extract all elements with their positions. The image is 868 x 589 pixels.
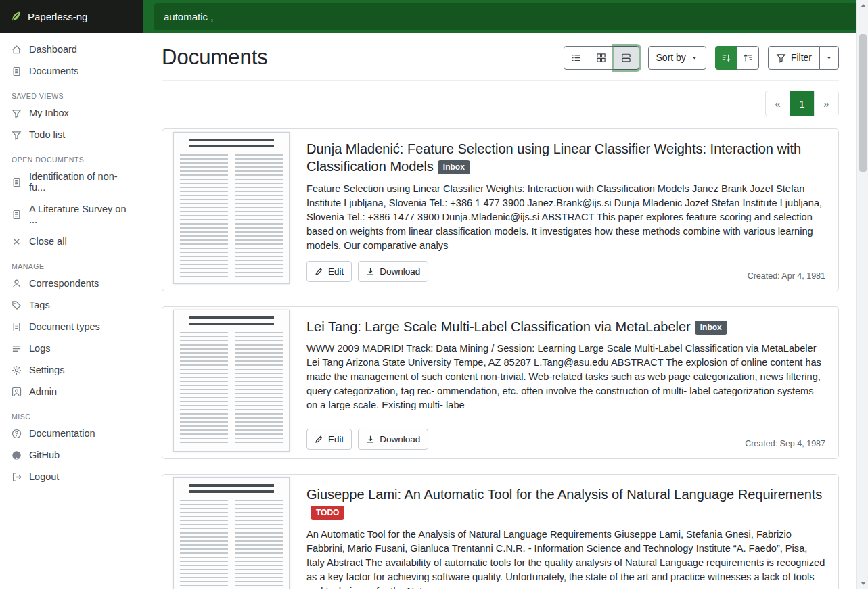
scrollbar-thumb[interactable] xyxy=(859,34,867,172)
edit-button[interactable]: Edit xyxy=(306,261,352,282)
dashboard-icon xyxy=(12,45,22,55)
download-label: Download xyxy=(380,266,420,277)
sidebar-item-open-doc-2[interactable]: A Literature Survey on ... xyxy=(0,198,143,231)
thumbnail-page xyxy=(173,132,290,284)
document-card-footer: Edit Download Created: Apr 4, 1981 xyxy=(306,261,825,282)
list-lines-icon xyxy=(12,344,22,354)
sort-descending-button[interactable] xyxy=(715,46,737,70)
logout-icon xyxy=(12,472,22,482)
sidebar-item-label: Dashboard xyxy=(29,44,77,55)
tag-badge[interactable]: TODO xyxy=(311,506,344,520)
page-title: Documents xyxy=(162,45,268,70)
scroll-down-arrow[interactable] xyxy=(857,578,868,589)
sidebar-item-label: Logout xyxy=(29,471,59,482)
sidebar-item-label: My Inbox xyxy=(29,108,69,118)
edit-label: Edit xyxy=(328,434,344,444)
toolbar: Sort by Filter xyxy=(564,46,839,70)
app-brand[interactable]: Paperless-ng xyxy=(0,0,143,33)
pagination-row: « 1 » xyxy=(162,91,839,116)
filter-dropdown-toggle[interactable] xyxy=(819,46,839,70)
sidebar: Paperless-ng Dashboard Documents SAVED V… xyxy=(0,0,143,589)
search-input[interactable] xyxy=(154,3,857,30)
download-button[interactable]: Download xyxy=(358,261,428,282)
sidebar-item-label: Logs xyxy=(29,343,50,354)
document-thumbnail[interactable] xyxy=(162,475,291,589)
download-button[interactable]: Download xyxy=(358,429,428,450)
view-list-button[interactable] xyxy=(564,46,589,70)
edit-button[interactable]: Edit xyxy=(306,429,352,450)
download-label: Download xyxy=(380,434,420,444)
pagination-page-1[interactable]: 1 xyxy=(790,91,815,116)
github-icon xyxy=(12,450,22,461)
sidebar-item-correspondents[interactable]: Correspondents xyxy=(0,273,143,294)
tag-badge[interactable]: Inbox xyxy=(438,160,470,174)
sidebar-item-label: Correspondents xyxy=(29,278,99,289)
sidebar-section-manage: MANAGE xyxy=(0,252,143,273)
sidebar-item-documents[interactable]: Documents xyxy=(0,60,143,82)
sidebar-item-my-inbox[interactable]: My Inbox xyxy=(0,102,143,124)
page-header: Documents Sort by xyxy=(162,45,839,81)
sort-ascending-button[interactable] xyxy=(737,46,759,70)
scroll-up-arrow[interactable] xyxy=(857,0,868,11)
thumbnail-page xyxy=(173,310,290,452)
sidebar-item-label: Todo list xyxy=(29,129,65,140)
sidebar-item-admin[interactable]: Admin xyxy=(0,381,143,402)
brand-name: Paperless-ng xyxy=(28,11,87,22)
document-card-body: Lei Tang: Large Scale Multi-Label Classi… xyxy=(291,307,838,458)
document-title[interactable]: Dunja Mladenić: Feature Selection using … xyxy=(306,140,825,176)
sort-by-button[interactable]: Sort by xyxy=(648,46,706,70)
document-title[interactable]: Giuseppe Lami: An Automatic Tool for the… xyxy=(306,486,825,521)
sidebar-item-tags[interactable]: Tags xyxy=(0,294,143,316)
document-excerpt: Feature Selection using Linear Classifie… xyxy=(306,182,825,253)
view-grid-button[interactable] xyxy=(589,46,614,70)
sidebar-item-close-all[interactable]: Close all xyxy=(0,231,143,252)
sidebar-item-settings[interactable]: Settings xyxy=(0,359,143,381)
pagination: « 1 » xyxy=(765,91,839,116)
sidebar-item-open-doc-1[interactable]: Identification of non-fu... xyxy=(0,166,143,198)
person-icon xyxy=(12,279,22,289)
sidebar-item-documentation[interactable]: Documentation xyxy=(0,423,143,444)
sort-ascending-icon xyxy=(743,53,753,63)
file-text-icon xyxy=(12,210,22,220)
detail-view-icon xyxy=(621,53,631,63)
sidebar-item-label: Documents xyxy=(29,66,78,76)
sidebar-nav: Dashboard Documents SAVED VIEWS My Inbox… xyxy=(0,33,143,488)
list-view-icon xyxy=(571,53,581,63)
document-card: Lei Tang: Large Scale Multi-Label Classi… xyxy=(162,306,839,459)
sidebar-item-dashboard[interactable]: Dashboard xyxy=(0,39,143,60)
document-title-text: Dunja Mladenić: Feature Selection using … xyxy=(306,141,801,174)
sort-by-label: Sort by xyxy=(656,52,686,63)
view-detail-button[interactable] xyxy=(614,46,639,70)
sidebar-item-label: Documentation xyxy=(29,428,95,439)
document-thumbnail[interactable] xyxy=(162,307,291,458)
sidebar-item-github[interactable]: GitHub xyxy=(0,444,143,466)
tag-icon xyxy=(12,300,22,310)
pagination-prev-button[interactable]: « xyxy=(765,91,790,116)
created-date: Created: Apr 4, 1981 xyxy=(748,271,825,282)
sidebar-item-label: Document types xyxy=(29,321,100,332)
funnel-icon xyxy=(12,130,22,140)
sidebar-section-open-documents: OPEN DOCUMENTS xyxy=(0,145,143,166)
scrollbar[interactable] xyxy=(856,0,868,589)
sidebar-item-logout[interactable]: Logout xyxy=(0,466,143,488)
filter-label: Filter xyxy=(791,52,812,63)
sidebar-item-document-types[interactable]: Document types xyxy=(0,316,143,337)
pagination-next-button[interactable]: » xyxy=(814,91,839,116)
document-thumbnail[interactable] xyxy=(162,129,291,291)
documents-icon xyxy=(12,66,22,76)
caret-down-icon xyxy=(691,54,698,62)
document-card-body: Dunja Mladenić: Feature Selection using … xyxy=(291,129,838,291)
sidebar-item-logs[interactable]: Logs xyxy=(0,337,143,359)
sort-direction-group xyxy=(715,46,759,70)
sidebar-item-todo-list[interactable]: Todo list xyxy=(0,124,143,145)
view-mode-group xyxy=(564,46,639,70)
tag-badge[interactable]: Inbox xyxy=(695,321,727,335)
main-content: Documents Sort by xyxy=(143,33,856,589)
document-title[interactable]: Lei Tang: Large Scale Multi-Label Classi… xyxy=(306,318,825,335)
leaf-logo-icon xyxy=(10,11,22,22)
created-date: Created: Sep 4, 1987 xyxy=(745,439,825,450)
pencil-icon xyxy=(315,435,323,444)
gear-icon xyxy=(12,365,22,375)
filter-button[interactable]: Filter xyxy=(768,46,820,70)
sidebar-item-label: Settings xyxy=(29,364,64,375)
